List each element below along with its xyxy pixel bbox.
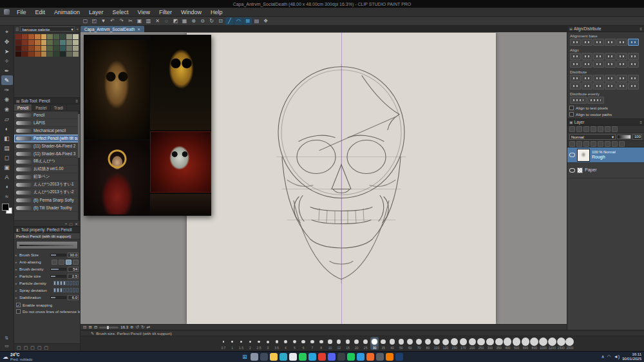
- brush-size-2.5[interactable]: 2.5: [254, 337, 263, 350]
- color-swatch[interactable]: [35, 34, 41, 39]
- align-base-frame-icon[interactable]: [616, 39, 627, 46]
- brush-size-35[interactable]: 35: [379, 337, 388, 350]
- figure-tool[interactable]: ◻: [1, 153, 13, 162]
- brush-size-500[interactable]: 500: [512, 337, 521, 350]
- brush-size-1000[interactable]: 1000: [539, 337, 548, 350]
- brush-size-40[interactable]: 40: [388, 337, 397, 350]
- brush-size-2000[interactable]: 2000: [565, 337, 574, 350]
- opacity-value[interactable]: 100: [632, 134, 642, 140]
- canvas-viewport[interactable]: ⊡⊞⊟ 16.3 ⊕↺↻⇄: [80, 32, 567, 330]
- quick-materials-icon[interactable]: ▢: [17, 345, 21, 350]
- layer-row-rough[interactable]: 100 % NormalRough: [567, 148, 644, 163]
- align-base-guide-icon[interactable]: [605, 39, 616, 46]
- align-top-icon[interactable]: [605, 53, 616, 60]
- opacity-slider[interactable]: [617, 135, 631, 139]
- color-swatch[interactable]: [15, 52, 21, 57]
- pen-tool[interactable]: ✒: [1, 66, 13, 75]
- brush-size-170[interactable]: 170: [459, 337, 468, 350]
- edge-browser-icon[interactable]: [279, 353, 287, 361]
- distribute-gap-v-icon[interactable]: [628, 82, 639, 90]
- telegram-icon[interactable]: [308, 353, 316, 361]
- align-canvas-right-icon[interactable]: [593, 61, 604, 68]
- color-swatch[interactable]: [73, 40, 79, 45]
- checkbox-box[interactable]: [16, 309, 21, 314]
- color-swatch[interactable]: [28, 46, 34, 51]
- level-block[interactable]: [57, 288, 59, 292]
- tray-expand-icon[interactable]: ∧: [601, 354, 604, 359]
- foreground-color-well[interactable]: [2, 204, 9, 211]
- blend-mode-dropdown[interactable]: Normal ▾: [569, 134, 616, 140]
- clock-widget[interactable]: 16:11 30/01/2025: [622, 352, 641, 361]
- brush-size-4[interactable]: 4: [281, 337, 290, 350]
- checkbox-do-not-cross-lines-of-reference-layer[interactable]: Do not cross lines of reference layer: [14, 308, 80, 314]
- brush-size-3.5[interactable]: 3.5: [272, 337, 281, 350]
- add-subtool-icon[interactable]: +: [65, 222, 68, 225]
- menu-file[interactable]: File: [12, 8, 31, 16]
- obs-studio-icon[interactable]: [337, 353, 345, 361]
- paste-icon[interactable]: ▥: [144, 17, 153, 25]
- distribute-evenly-horizontal-icon[interactable]: [570, 97, 587, 104]
- color-swatch[interactable]: [28, 34, 34, 39]
- quick-brush-icon[interactable]: ▢: [24, 345, 28, 350]
- color-swatch[interactable]: [47, 52, 53, 57]
- brush-size-7[interactable]: 7: [308, 337, 317, 350]
- level-block[interactable]: [53, 281, 56, 285]
- brush-size-300[interactable]: 300: [486, 337, 495, 350]
- draft-layer-icon[interactable]: [591, 126, 596, 132]
- level-block[interactable]: [63, 281, 66, 285]
- reference-portrait-fragment[interactable]: [150, 194, 211, 214]
- move-tool[interactable]: ✥: [1, 37, 13, 46]
- zoom-tool[interactable]: ⌖: [1, 27, 13, 37]
- lock-layer-icon[interactable]: [598, 126, 603, 132]
- invert-selection-icon[interactable]: ◩: [171, 17, 180, 25]
- checkbox-align-to-vector-paths[interactable]: Align to vector paths: [567, 111, 644, 117]
- property-slider[interactable]: [50, 254, 66, 256]
- color-swatch[interactable]: [41, 34, 47, 39]
- color-swatch[interactable]: [73, 34, 79, 39]
- document-tab[interactable]: Capa_Antrvm_SocialDeath ×: [80, 26, 144, 32]
- frame-border-tool[interactable]: ▣: [1, 162, 13, 172]
- volume-icon[interactable]: ◄): [614, 354, 620, 359]
- property-slider[interactable]: [50, 296, 66, 299]
- distribute-bottom-icon[interactable]: [628, 75, 639, 82]
- color-swatch[interactable]: [35, 46, 41, 51]
- distribute-evenly-vertical-icon[interactable]: [587, 97, 604, 104]
- grid-toggle-icon[interactable]: ▤: [252, 17, 261, 25]
- spotify-icon[interactable]: [347, 353, 355, 361]
- quick-layers-icon[interactable]: ▢: [30, 345, 35, 350]
- align-left-icon[interactable]: [570, 53, 581, 60]
- brush-size-2[interactable]: 2: [245, 337, 254, 350]
- delete-layer-icon[interactable]: [619, 141, 625, 147]
- level-block[interactable]: [66, 288, 69, 292]
- brush-size-1.5[interactable]: 1.5: [237, 337, 246, 350]
- reference-skull-mask[interactable]: [85, 40, 149, 139]
- align-right-icon[interactable]: [593, 53, 604, 60]
- menu-help[interactable]: Help: [206, 8, 227, 16]
- subtool-item-[interactable]: 鉛筆ペン: [14, 173, 80, 181]
- level-selector[interactable]: [53, 281, 79, 285]
- task-view-button[interactable]: [260, 353, 268, 361]
- brush-size-15[interactable]: 15: [343, 337, 352, 350]
- brush-size-0.7[interactable]: 0.7: [219, 337, 228, 350]
- brush-size-25[interactable]: 25: [361, 337, 370, 350]
- color-swatch[interactable]: [53, 34, 59, 39]
- decoration-tool[interactable]: ❀: [1, 104, 13, 114]
- subtool-item-l-pis[interactable]: LÁPIS: [14, 119, 80, 127]
- reference-images-panel[interactable]: [84, 35, 211, 216]
- color-swatch[interactable]: [35, 40, 41, 45]
- wifi-icon[interactable]: ◠: [607, 354, 611, 359]
- nav-zoom-out-icon[interactable]: ⊟: [94, 325, 97, 330]
- redo-icon[interactable]: ↷: [117, 17, 126, 25]
- blend-tool[interactable]: ◐: [1, 124, 13, 133]
- whatsapp-icon[interactable]: [299, 353, 307, 361]
- vlc-player-icon[interactable]: [386, 353, 393, 361]
- transfer-down-icon[interactable]: [591, 141, 596, 147]
- color-swatch[interactable]: [60, 52, 66, 57]
- distribute-hspace-icon[interactable]: [570, 82, 581, 90]
- snap-to-grid-icon[interactable]: ⊞: [243, 17, 252, 25]
- subtool-item-6b[interactable]: 6Bえんぴつ: [14, 158, 80, 166]
- scrollbar[interactable]: [78, 111, 80, 220]
- distribute-right-icon[interactable]: [593, 75, 604, 82]
- anti-aliasing-option[interactable]: [66, 260, 71, 265]
- rotate-canvas-icon[interactable]: ↻: [207, 17, 216, 25]
